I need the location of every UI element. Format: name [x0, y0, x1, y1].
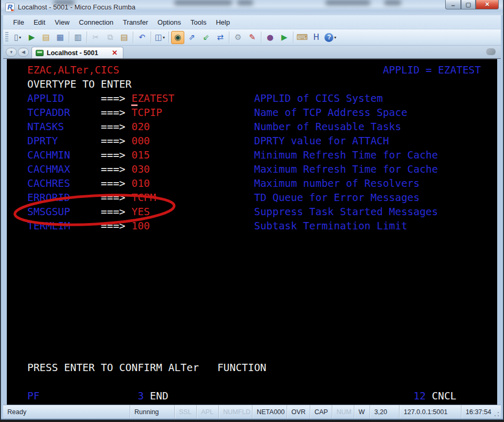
terminal-message-line: PRESS ENTER TO CONFIRM ALTer FUNCTION [27, 361, 497, 375]
tab-label: Localhost - 5001 [47, 49, 98, 57]
terminal-screen[interactable]: EZAC,ALTer,CICS APPLID = EZATESTOVERTYPE… [7, 59, 497, 405]
title-bar[interactable]: R Localhost - 5001 - Micro Focus Rumba –… [1, 0, 503, 15]
send-file-icon: ⇗ [188, 34, 195, 41]
field-desc-TCPADDR: Name of TCP Address Space [254, 107, 407, 119]
field-value-CACHRES[interactable]: 010 [131, 177, 150, 189]
terminal-empty-line [27, 247, 497, 261]
field-value-CACHMAX[interactable]: 030 [131, 163, 150, 175]
record-macro-button[interactable]: ● [264, 31, 277, 44]
help-button[interactable]: ?▾ [324, 31, 337, 44]
field-label-TERMLIM: TERMLIM [27, 220, 101, 232]
save-profile-button[interactable]: ▦ [54, 31, 67, 44]
screen-history-button[interactable]: ◫▾ [153, 31, 166, 44]
terminal-empty-line [27, 346, 497, 361]
receive-file-icon: ⇙ [203, 34, 209, 41]
terminal-cursor[interactable]: E [131, 92, 138, 106]
toolbar-separator [69, 31, 69, 43]
field-value-SMSGSUP[interactable]: YES [131, 206, 150, 218]
menu-options[interactable]: Options [153, 16, 186, 28]
cut-button: ✂ [89, 31, 102, 44]
menu-connection[interactable]: Connection [74, 16, 118, 28]
session-list-button[interactable]: ▾ [6, 48, 17, 57]
maximize-button[interactable]: ▢ [461, 0, 476, 9]
dropdown-arrow-icon[interactable]: ▾ [334, 35, 336, 40]
menu-help[interactable]: Help [211, 16, 235, 28]
terminal-field-row: TCPADDR ===> TCPIP Name of TCP Address S… [27, 106, 497, 120]
field-desc-DPRTY: DPRTY value for ATTACH [254, 135, 389, 147]
menu-bar: FileEditViewConnectionTransferOptionsToo… [3, 15, 501, 29]
field-value-ERRORID[interactable]: TCPM [131, 192, 156, 204]
session-settings-button[interactable]: ⚙ [232, 31, 245, 44]
minimize-button[interactable]: – [445, 0, 461, 9]
field-value-TERMLIM[interactable]: 100 [131, 220, 150, 232]
status-apl: APL [196, 405, 218, 418]
glass-blur [326, 0, 370, 5]
tab-pin-icon[interactable] [486, 48, 496, 55]
connect-session-button[interactable]: ◉ [171, 31, 184, 44]
save-profile-icon: ▦ [56, 34, 64, 41]
dropdown-arrow-icon[interactable]: ▾ [19, 35, 21, 40]
field-value-DPRTY[interactable]: 000 [131, 135, 150, 147]
terminal-empty-line [27, 304, 497, 318]
field-arrow: ===> [101, 192, 131, 204]
terminal-text [150, 121, 254, 133]
status-num: NUM [332, 405, 354, 418]
quick-connect-button[interactable]: ▶ [25, 31, 38, 44]
macro-editor-icon: ✎ [249, 34, 256, 41]
close-button[interactable]: ✕ [476, 0, 499, 9]
toolbar-separator [261, 31, 261, 43]
undo-button[interactable]: ↶ [135, 31, 149, 44]
field-label-CACHRES: CACHRES [27, 177, 101, 189]
terminal-empty-line [27, 375, 497, 389]
keyboard-map-icon: ⌨ [297, 34, 308, 41]
field-value-NTASKS[interactable]: 020 [131, 121, 150, 133]
hotspots-button[interactable]: H [310, 31, 323, 44]
tab-localhost-5001[interactable]: Localhost - 5001 ✕ [32, 47, 123, 58]
terminal-text [150, 177, 254, 189]
tab-scroll-left-button[interactable]: ◀ [18, 48, 29, 57]
toolbar-separator [229, 31, 229, 43]
transfer-file-button[interactable]: ⇄ [214, 31, 227, 44]
keyboard-map-button[interactable]: ⌨ [296, 31, 309, 44]
field-label-CACHMAX: CACHMAX [27, 163, 101, 175]
field-desc-APPLID: APPLID of CICS System [254, 92, 383, 104]
field-value-CACHMIN[interactable]: 015 [131, 149, 150, 161]
field-desc-NTASKS: Number of Reusable Tasks [254, 121, 401, 133]
menu-transfer[interactable]: Transfer [118, 16, 153, 28]
dropdown-arrow-icon[interactable]: ▾ [163, 35, 165, 40]
terminal-text [150, 149, 254, 161]
macro-editor-button[interactable]: ✎ [246, 31, 259, 44]
field-value-APPLID[interactable]: ZATEST [138, 92, 174, 104]
menu-file[interactable]: File [8, 16, 29, 28]
print-screen-button[interactable]: ▥ [71, 31, 85, 44]
field-arrow: ===> [101, 163, 131, 175]
receive-file-button[interactable]: ⇙ [200, 31, 213, 44]
field-label-ERRORID: ERRORID [27, 192, 101, 204]
menu-tools[interactable]: Tools [186, 16, 211, 28]
terminal-text [150, 163, 254, 175]
send-file-button[interactable]: ⇗ [185, 31, 198, 44]
window-title: Localhost - 5001 - Micro Focus Rumba [18, 3, 135, 11]
field-arrow: ===> [101, 206, 131, 218]
rumba-app-icon: R [5, 3, 15, 12]
field-arrow: ===> [101, 121, 131, 133]
field-arrow: ===> [101, 92, 131, 104]
terminal-3270-icon [36, 50, 44, 56]
terminal-empty-line [27, 318, 497, 332]
paste-button[interactable]: ▤ [118, 31, 131, 44]
screen-history-icon: ◫ [155, 34, 162, 41]
new-session-button[interactable]: ▯▾ [11, 31, 24, 44]
terminal-text [426, 390, 432, 402]
record-macro-icon: ● [267, 34, 274, 41]
menu-view[interactable]: View [50, 16, 74, 28]
open-profile-button[interactable]: ▤ [39, 31, 52, 44]
play-macro-button[interactable]: ▶ [278, 31, 291, 44]
tab-close-icon[interactable]: ✕ [112, 49, 118, 57]
menu-edit[interactable]: Edit [29, 16, 50, 28]
terminal-field-row: CACHMIN ===> 015 Minimum Refresh Time fo… [27, 148, 497, 162]
pf3-number: 3 [138, 390, 144, 402]
resize-grip[interactable] [494, 411, 500, 417]
field-value-TCPADDR[interactable]: TCPIP [131, 107, 162, 119]
terminal-subheader-line: OVERTYPE TO ENTER [27, 77, 497, 91]
toolbar-grip[interactable] [5, 32, 8, 43]
